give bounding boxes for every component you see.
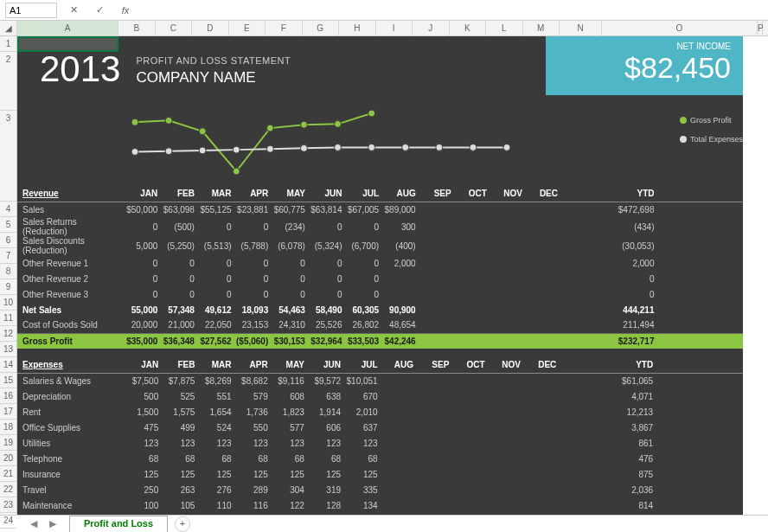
name-box[interactable] (5, 3, 57, 18)
col-header[interactable]: M (523, 21, 560, 35)
svg-point-18 (470, 144, 477, 151)
chart[interactable]: Gross Profit Total Expenses (17, 95, 743, 186)
svg-point-6 (335, 120, 342, 127)
column-headers: ◢ ABCDEFGHIJKLMNOP (0, 21, 768, 36)
check-icon[interactable]: ✓ (90, 3, 109, 18)
row-header[interactable]: 2 (0, 52, 16, 111)
row-header[interactable]: 25 (0, 529, 16, 532)
row-header[interactable]: 15 (0, 373, 16, 388)
svg-point-15 (368, 144, 375, 151)
row-header[interactable]: 23 (0, 497, 16, 513)
table-row[interactable]: Other Revenue 200000000 (17, 271, 743, 286)
row-header[interactable]: 24 (0, 513, 16, 529)
svg-point-8 (131, 148, 138, 155)
row-header[interactable]: 11 (0, 311, 16, 326)
table-row[interactable]: Cost of Goods Sold20,00021,00022,05023,1… (17, 317, 743, 333)
table-row[interactable]: Maintenance100105110116122128134814 (17, 497, 743, 513)
worksheet-area[interactable]: 2013 PROFIT AND LOSS STATEMENT COMPANY N… (17, 36, 768, 515)
table-row[interactable]: Other Revenue 300000000 (17, 286, 743, 302)
formula-input[interactable] (142, 3, 763, 18)
row-header[interactable]: 6 (0, 233, 16, 248)
row-header[interactable]: 12 (0, 326, 16, 342)
col-header[interactable]: J (413, 21, 450, 35)
table-row[interactable]: Other Revenue 100000002,0002,000 (17, 255, 743, 271)
year: 2013 (40, 48, 120, 90)
col-header[interactable]: O (602, 21, 758, 35)
legend-total-expenses: Total Expenses (690, 135, 743, 144)
cancel-icon[interactable]: ✕ (64, 3, 83, 18)
row-header[interactable]: 18 (0, 420, 16, 435)
table-row[interactable]: Sales$50,000$63,098$55,125$23,881$60,775… (17, 202, 743, 217)
row-header[interactable]: 16 (0, 388, 16, 404)
svg-point-7 (368, 110, 375, 117)
table-row[interactable]: Utilities123123123123123123123861 (17, 435, 743, 451)
table-row[interactable]: Advertising2002102212322432552681,628 (17, 513, 743, 515)
svg-point-13 (300, 144, 307, 151)
row-header[interactable]: 4 (0, 202, 16, 217)
table-row[interactable]: Salaries & Wages$7,500$7,875$8,269$8,682… (17, 373, 743, 388)
row-header[interactable]: 19 (0, 435, 16, 451)
row-header[interactable]: 22 (0, 482, 16, 497)
row-header[interactable]: 3 (0, 111, 16, 202)
net-income-value: $82,450 (546, 51, 731, 85)
col-header[interactable]: A (17, 21, 118, 35)
table-row[interactable]: Rent1,5001,5751,6541,7361,8231,9142,0101… (17, 404, 743, 420)
tab-next-icon[interactable]: ▶ (43, 517, 62, 531)
svg-point-5 (300, 121, 307, 128)
table-row[interactable]: Sales Returns (Reduction)0(500)00(234)00… (17, 217, 743, 236)
row-header[interactable]: 9 (0, 279, 16, 295)
row-header[interactable]: 13 (0, 342, 16, 357)
col-header[interactable]: P (758, 21, 763, 35)
svg-point-19 (503, 144, 510, 151)
table-row[interactable]: Gross Profit$35,000$36,348$27,562($5,060… (17, 333, 743, 349)
expenses-table: ExpensesJANFEBMARAPRMAYJUNJULAUGSEPOCTNO… (17, 357, 743, 515)
row-header[interactable]: 1 (0, 36, 16, 52)
select-all-corner[interactable]: ◢ (0, 21, 17, 35)
col-header[interactable]: B (118, 21, 156, 35)
svg-point-2 (199, 128, 206, 135)
row-header[interactable]: 8 (0, 264, 16, 279)
table-row[interactable]: Net Sales55,00057,34849,61218,09354,4635… (17, 302, 743, 317)
row-headers: 1234567891011121314151617181920212223242… (0, 36, 17, 515)
table-row[interactable]: Travel2502632762893043193352,036 (17, 482, 743, 497)
cell-cursor (17, 36, 118, 52)
svg-point-17 (436, 144, 443, 151)
table-row[interactable]: Sales Discounts (Reduction)5,000(5,250)(… (17, 236, 743, 255)
fx-icon[interactable]: fx (116, 3, 135, 18)
new-sheet-button[interactable]: + (175, 516, 190, 532)
svg-point-11 (233, 146, 240, 153)
sheet-tabs: ◀ ▶ Profit and Loss + (0, 515, 768, 532)
row-header[interactable]: 5 (0, 217, 16, 233)
col-header[interactable]: F (266, 21, 303, 35)
row-header[interactable]: 10 (0, 295, 16, 311)
subtitle: PROFIT AND LOSS STATEMENT (136, 55, 291, 66)
sheet-tab-active[interactable]: Profit and Loss (69, 516, 168, 533)
svg-point-10 (199, 147, 206, 154)
legend-gross-profit: Gross Profit (690, 116, 732, 125)
table-row[interactable]: Telephone68686868686868476 (17, 451, 743, 466)
row-header[interactable]: 7 (0, 248, 16, 264)
svg-point-16 (402, 144, 409, 151)
row-header[interactable]: 14 (0, 357, 16, 373)
col-header[interactable]: G (303, 21, 340, 35)
tab-prev-icon[interactable]: ◀ (24, 517, 43, 531)
net-income-box: NET INCOME $82,450 (546, 36, 743, 95)
row-header[interactable]: 20 (0, 451, 16, 466)
col-header[interactable]: N (560, 21, 602, 35)
col-header[interactable]: K (450, 21, 487, 35)
formula-bar: ✕ ✓ fx (0, 0, 768, 21)
svg-point-9 (165, 148, 172, 155)
col-header[interactable]: C (156, 21, 193, 35)
table-row[interactable]: Depreciation5005255515796086386704,071 (17, 388, 743, 404)
col-header[interactable]: H (339, 21, 376, 35)
svg-point-12 (266, 145, 273, 152)
row-header[interactable]: 17 (0, 404, 16, 420)
col-header[interactable]: D (192, 21, 229, 35)
col-header[interactable]: I (376, 21, 413, 35)
svg-point-1 (165, 117, 172, 124)
table-row[interactable]: Office Supplies4754995245505776066373,86… (17, 420, 743, 435)
col-header[interactable]: L (486, 21, 523, 35)
row-header[interactable]: 21 (0, 466, 16, 482)
table-row[interactable]: Insurance125125125125125125125875 (17, 466, 743, 482)
col-header[interactable]: E (229, 21, 266, 35)
